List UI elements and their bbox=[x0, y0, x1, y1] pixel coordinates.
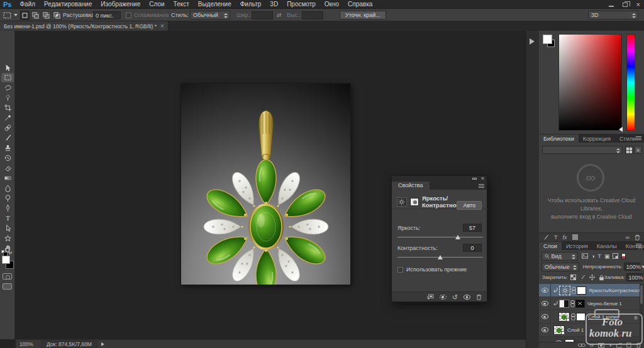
clip-to-layer-icon[interactable] bbox=[426, 294, 434, 300]
color-chip-icon[interactable] bbox=[572, 234, 578, 240]
menu-edit[interactable]: Редактирование bbox=[40, 0, 96, 9]
trash-icon[interactable] bbox=[635, 234, 640, 241]
swap-colors-icon[interactable]: ⇄ bbox=[9, 251, 13, 256]
library-select[interactable] bbox=[542, 146, 623, 154]
fx-icon[interactable]: fx bbox=[563, 234, 567, 241]
saturation-brightness-field[interactable] bbox=[558, 34, 622, 131]
link-layers-icon[interactable] bbox=[578, 343, 586, 347]
scrollbar-thumb[interactable] bbox=[640, 285, 643, 304]
tab-history[interactable]: История bbox=[562, 242, 592, 250]
visibility-eye-icon[interactable] bbox=[541, 301, 548, 306]
brush-icon[interactable] bbox=[543, 234, 549, 241]
foreground-color-well[interactable] bbox=[543, 35, 552, 44]
tab-properties[interactable]: Свойства bbox=[392, 182, 430, 190]
foreground-color-swatch[interactable] bbox=[2, 256, 10, 264]
visibility-eye-icon[interactable] bbox=[541, 327, 548, 332]
contrast-slider[interactable] bbox=[397, 257, 483, 258]
pen-tool[interactable] bbox=[1, 204, 14, 213]
layer-row-layer1[interactable]: Слой 1 bbox=[539, 324, 640, 337]
layer-row-black-white[interactable]: Черно-белое 1 bbox=[539, 297, 640, 310]
width-input[interactable] bbox=[252, 11, 273, 19]
add-mask-icon[interactable] bbox=[598, 343, 604, 348]
black-white-adjustment-thumbnail[interactable] bbox=[559, 300, 569, 308]
opacity-input[interactable]: 100% bbox=[624, 263, 640, 271]
menu-view[interactable]: Просмотр bbox=[282, 0, 320, 9]
layer-thumbnail[interactable] bbox=[553, 325, 565, 335]
screen-mode-button[interactable] bbox=[3, 283, 12, 290]
panel-menu-icon[interactable] bbox=[636, 136, 642, 141]
close-tab-icon[interactable]: × bbox=[160, 23, 164, 30]
spot-healing-brush-tool[interactable] bbox=[1, 123, 14, 133]
menu-filter[interactable]: Фильтр bbox=[236, 0, 266, 9]
refine-edge-button[interactable]: Уточн. край... bbox=[340, 11, 386, 19]
rectangular-marquee-tool[interactable] bbox=[1, 73, 14, 82]
intersect-selection-button[interactable] bbox=[52, 11, 62, 20]
menu-3d[interactable]: 3D bbox=[265, 0, 282, 9]
eyedropper-tool[interactable] bbox=[1, 113, 14, 122]
sync-icon[interactable]: ∞ bbox=[626, 234, 630, 241]
workspace-switcher[interactable]: 3D bbox=[588, 11, 638, 19]
layer-thumbnail[interactable] bbox=[558, 312, 570, 322]
history-brush-tool[interactable] bbox=[1, 153, 14, 163]
delete-layer-icon[interactable] bbox=[636, 342, 641, 348]
delete-adjustment-icon[interactable] bbox=[476, 294, 482, 300]
move-tool[interactable] bbox=[1, 63, 14, 73]
panel-menu-icon[interactable] bbox=[479, 183, 485, 188]
type-tool[interactable]: T bbox=[1, 214, 14, 223]
brush-tool[interactable] bbox=[1, 133, 14, 143]
layer-mask-thumbnail[interactable] bbox=[577, 286, 586, 295]
gradient-tool[interactable] bbox=[1, 173, 14, 183]
quick-mask-button[interactable] bbox=[3, 273, 12, 280]
status-menu-arrow-icon[interactable] bbox=[101, 342, 104, 346]
menu-help[interactable]: Справка bbox=[343, 0, 377, 9]
properties-titlebar[interactable]: × bbox=[392, 176, 487, 182]
brightness-slider[interactable] bbox=[397, 237, 483, 237]
subtract-from-selection-button[interactable] bbox=[42, 11, 51, 20]
expand-panel-icon[interactable] bbox=[530, 38, 535, 45]
layer-row-brightness-contrast[interactable]: Яркость/Контрастность 1 bbox=[539, 284, 640, 297]
panel-menu-icon[interactable] bbox=[636, 243, 642, 248]
layer-filter-select[interactable]: Вид bbox=[541, 252, 578, 261]
toggle-visibility-icon[interactable] bbox=[464, 295, 470, 300]
layer-name[interactable]: Яркость/Контрастность 1 bbox=[589, 288, 640, 293]
add-to-selection-button[interactable] bbox=[31, 11, 40, 20]
eraser-tool[interactable] bbox=[1, 163, 14, 173]
swap-dimensions-icon[interactable]: ⇄ bbox=[277, 9, 282, 21]
new-layer-icon[interactable] bbox=[626, 342, 631, 348]
lock-transparency-icon[interactable] bbox=[570, 275, 576, 280]
reset-icon[interactable]: ↺ bbox=[452, 294, 458, 300]
height-input[interactable] bbox=[302, 11, 323, 19]
lock-position-icon[interactable] bbox=[589, 275, 595, 280]
legacy-checkbox[interactable] bbox=[397, 267, 403, 273]
fill-input[interactable]: 100% bbox=[626, 273, 643, 281]
lasso-tool[interactable] bbox=[1, 83, 14, 92]
blend-mode-select[interactable]: Обычные bbox=[541, 263, 579, 271]
slider-thumb[interactable] bbox=[438, 255, 443, 259]
tab-adjustments[interactable]: Коррекция bbox=[579, 134, 615, 143]
filter-shape-icon[interactable]: ▣ bbox=[604, 253, 610, 259]
clone-stamp-tool[interactable] bbox=[1, 143, 14, 153]
crop-tool[interactable] bbox=[1, 103, 14, 112]
custom-shape-tool[interactable] bbox=[1, 234, 14, 243]
layer-name[interactable]: Слой 1 bbox=[567, 327, 584, 333]
path-selection-tool[interactable] bbox=[1, 224, 14, 233]
document-canvas[interactable] bbox=[181, 84, 350, 285]
visibility-eye-icon[interactable] bbox=[541, 314, 548, 319]
restore-icon[interactable] bbox=[623, 3, 628, 7]
menu-file[interactable]: Файл bbox=[15, 0, 40, 9]
close-panel-icon[interactable]: × bbox=[481, 175, 484, 182]
tab-channels[interactable]: Каналы bbox=[592, 242, 621, 250]
filter-smart-object-icon[interactable] bbox=[613, 253, 618, 259]
filter-toggle[interactable] bbox=[621, 253, 626, 259]
layers-scrollbar[interactable] bbox=[640, 284, 643, 348]
filter-type-icon[interactable]: T bbox=[597, 253, 601, 259]
menu-type[interactable]: Текст bbox=[169, 0, 194, 9]
new-adjustment-icon[interactable]: ◑ bbox=[609, 342, 612, 348]
filter-adjustment-icon[interactable]: ◑ bbox=[591, 253, 594, 259]
menu-image[interactable]: Изображение bbox=[96, 0, 145, 9]
brightness-value[interactable]: 57 bbox=[463, 224, 482, 232]
auto-button[interactable]: Авто bbox=[457, 201, 482, 210]
grid-view-icon[interactable] bbox=[625, 146, 633, 154]
hue-slider[interactable] bbox=[626, 34, 635, 131]
collapse-panel-icon[interactable] bbox=[472, 178, 477, 180]
